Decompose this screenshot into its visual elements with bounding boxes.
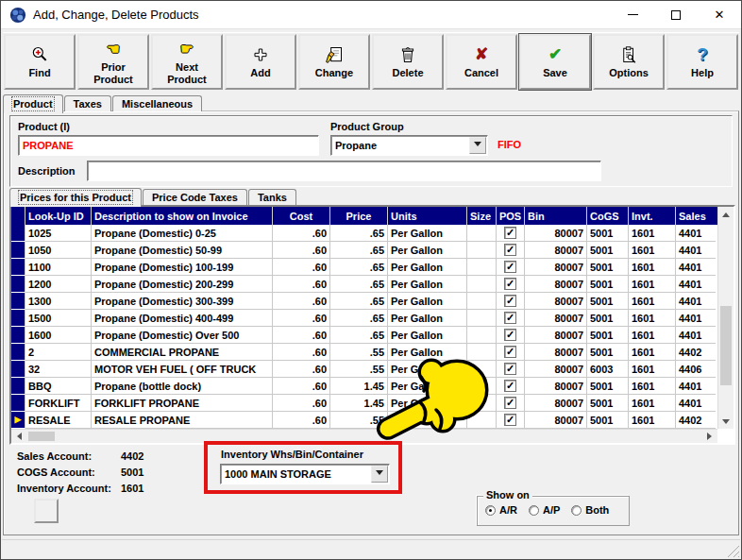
pos-checkbox[interactable]: ✓	[504, 397, 516, 409]
pos-checkbox[interactable]: ✓	[504, 346, 516, 358]
header-units[interactable]: Units	[388, 207, 467, 225]
minimize-button[interactable]	[611, 1, 654, 28]
delete-button[interactable]: Delete	[372, 34, 444, 90]
radio-ar[interactable]: A/R	[485, 504, 517, 516]
cell-sales: 4401	[676, 225, 716, 242]
header-price[interactable]: Price	[330, 207, 388, 225]
save-icon: ✔	[548, 44, 562, 65]
header-cogs[interactable]: CoGS	[587, 207, 629, 225]
cell-size	[467, 327, 497, 344]
table-row[interactable]: 2 COMMERCIAL PROPANE .60 .55 Per Gallon …	[11, 344, 717, 361]
cell-price: .65	[330, 276, 388, 293]
radio-ap[interactable]: A/P	[529, 504, 560, 516]
inventory-container-dropdown[interactable]: 1000 MAIN STORAGE	[220, 464, 390, 484]
horizontal-scroll-thumb[interactable]	[28, 432, 55, 441]
cell-cogs: 5001	[587, 259, 629, 276]
tab-prices-for-product[interactable]: Prices for this Product	[9, 188, 142, 207]
vertical-scrollbar[interactable]	[717, 207, 734, 429]
table-row[interactable]: 1600 Propane (Domestic) Over 500 .60 .65…	[11, 327, 717, 344]
radio-both[interactable]: Both	[571, 504, 609, 516]
cell-lookup-id: 32	[25, 361, 92, 378]
pos-checkbox[interactable]: ✓	[504, 312, 516, 324]
find-button[interactable]: Find	[4, 34, 76, 90]
cell-size	[467, 361, 497, 378]
cancel-button[interactable]: ✘ Cancel	[446, 34, 517, 90]
cell-cogs: 5001	[587, 276, 629, 293]
scroll-down-button[interactable]	[718, 415, 734, 429]
row-selector[interactable]	[11, 378, 25, 395]
row-selector[interactable]	[11, 225, 25, 242]
save-button[interactable]: ✔ Save	[519, 34, 591, 90]
options-button[interactable]: Options	[593, 34, 665, 90]
product-group-label: Product Group	[330, 121, 404, 132]
help-button[interactable]: ? Help	[666, 34, 738, 90]
cell-cogs: 5001	[587, 412, 629, 429]
close-button[interactable]: ✕	[698, 1, 741, 28]
inventory-container-dropdown-button[interactable]	[371, 466, 388, 483]
pos-checkbox[interactable]: ✓	[504, 414, 516, 426]
row-selector[interactable]	[11, 293, 25, 310]
pos-checkbox[interactable]: ✓	[504, 227, 516, 239]
row-selector[interactable]	[11, 310, 25, 327]
next-product-button[interactable]: ☛ Next Product	[151, 34, 223, 90]
resize-grip[interactable]	[726, 544, 739, 557]
vertical-scroll-thumb[interactable]	[720, 306, 732, 385]
table-row[interactable]: 1050 Propane (Domestic) 50-99 .60 .65 Pe…	[11, 242, 717, 259]
row-selector[interactable]	[11, 361, 25, 378]
row-selector[interactable]: ▶	[11, 412, 25, 429]
pos-checkbox[interactable]: ✓	[504, 380, 516, 392]
change-button[interactable]: Change	[298, 34, 370, 90]
pos-checkbox[interactable]: ✓	[504, 363, 516, 375]
cancel-label: Cancel	[464, 67, 498, 79]
tab-taxes[interactable]: Taxes	[64, 95, 111, 111]
table-row[interactable]: 1500 Propane (Domestic) 400-499 .60 .65 …	[11, 310, 717, 327]
pos-checkbox[interactable]: ✓	[504, 329, 516, 341]
table-row[interactable]: 32 MOTOR VEH FUEL ( OFF TRUCK .60 .55 Pe…	[11, 361, 717, 378]
maximize-button[interactable]	[654, 1, 698, 28]
header-description[interactable]: Description to show on Invoice	[92, 207, 273, 225]
cell-pos: ✓	[497, 259, 525, 276]
cell-units: Per Gallon	[388, 225, 467, 242]
table-row[interactable]: 1300 Propane (Domestic) 300-399 .60 .65 …	[11, 293, 717, 310]
row-selector[interactable]	[11, 395, 25, 412]
header-cost[interactable]: Cost	[273, 207, 330, 225]
table-row[interactable]: 1200 Propane (Domestic) 200-299 .60 .65 …	[11, 276, 717, 293]
pos-checkbox[interactable]: ✓	[504, 261, 516, 273]
pos-checkbox[interactable]: ✓	[504, 278, 516, 290]
scroll-right-button[interactable]	[702, 430, 717, 443]
blank-button[interactable]	[34, 499, 59, 523]
product-input[interactable]: PROPANE	[18, 135, 319, 156]
prior-product-button[interactable]: ☚ Prior Product	[77, 34, 149, 90]
tab-product[interactable]: Product	[3, 94, 63, 113]
header-bin[interactable]: Bin	[525, 207, 587, 225]
table-row[interactable]: ▶ RESALE RESALE PROPANE .60 .55 Per Gall…	[11, 412, 717, 429]
pos-checkbox[interactable]: ✓	[504, 295, 516, 307]
row-selector[interactable]	[11, 276, 25, 293]
header-invt[interactable]: Invt.	[629, 207, 676, 225]
cell-units: Per Gallon	[388, 259, 467, 276]
header-pos[interactable]: POS	[497, 207, 525, 225]
tab-tanks[interactable]: Tanks	[248, 189, 296, 205]
row-selector[interactable]	[11, 242, 25, 259]
scroll-up-button[interactable]	[718, 207, 734, 221]
radio-both-icon	[571, 505, 582, 516]
header-size[interactable]: Size	[467, 207, 497, 225]
row-selector[interactable]	[11, 327, 25, 344]
table-row[interactable]: 1100 Propane (Domestic) 100-199 .60 .65 …	[11, 259, 717, 276]
product-group-dropdown[interactable]: Propane	[330, 135, 488, 156]
tab-price-code-taxes[interactable]: Price Code Taxes	[143, 189, 247, 205]
description-input[interactable]	[87, 161, 601, 181]
table-row[interactable]: 1025 Propane (Domestic) 0-25 .60 .65 Per…	[11, 225, 717, 242]
product-group-dropdown-button[interactable]	[469, 137, 486, 154]
header-lookup-id[interactable]: Look-Up ID	[25, 207, 92, 225]
table-row[interactable]: BBQ Propane (bottle dock) .60 1.45 Per G…	[11, 378, 717, 395]
scroll-left-button[interactable]	[11, 430, 26, 443]
header-sales[interactable]: Sales	[676, 207, 716, 225]
pos-checkbox[interactable]: ✓	[504, 244, 516, 256]
table-row[interactable]: FORKLIFT FORKLIFT PROPANE .60 1.45 Per G…	[11, 395, 717, 412]
vertical-scroll-track[interactable]	[718, 221, 734, 415]
row-selector[interactable]	[11, 259, 25, 276]
add-button[interactable]: Add	[225, 34, 296, 90]
row-selector[interactable]	[11, 344, 25, 361]
tab-miscellaneous[interactable]: Miscellaneous	[112, 95, 202, 111]
